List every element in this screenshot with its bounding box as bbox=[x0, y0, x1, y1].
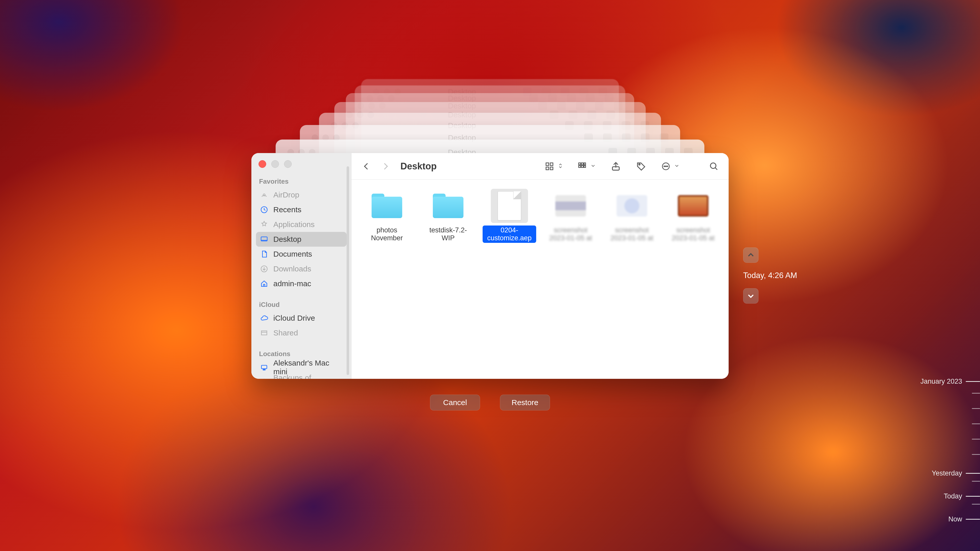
sidebar-item-label: iCloud Drive bbox=[273, 314, 315, 322]
sidebar-item-airdrop[interactable]: AirDrop bbox=[256, 187, 347, 202]
svg-rect-8 bbox=[263, 369, 265, 370]
file-grid[interactable]: photos Novembertestdisk-7.2-WIP0204-cust… bbox=[352, 179, 729, 379]
minimize-button[interactable] bbox=[271, 160, 279, 168]
timeline-tick[interactable] bbox=[914, 481, 980, 482]
location-title: Desktop bbox=[401, 161, 437, 171]
timeline-tick-january-2023[interactable]: January 2023 bbox=[914, 378, 980, 386]
timeline-label: Now bbox=[948, 515, 962, 523]
sidebar-item-admin-mac[interactable]: admin-mac bbox=[256, 276, 347, 291]
timeline-tick-bar bbox=[966, 496, 980, 497]
timeline-tick[interactable] bbox=[914, 393, 980, 394]
clock-icon bbox=[259, 205, 269, 214]
action-bar: Cancel Restore bbox=[430, 395, 550, 410]
sidebar-heading: Favorites bbox=[256, 178, 347, 187]
svg-rect-17 bbox=[579, 165, 581, 168]
cancel-button[interactable]: Cancel bbox=[430, 395, 480, 410]
timeline-tick-bar bbox=[972, 408, 980, 409]
time-machine-stage: Desktop Desktop Desktop Desktop Desktop … bbox=[251, 172, 729, 379]
window-controls bbox=[256, 159, 347, 168]
file-icon bbox=[491, 189, 528, 223]
timeline-tick-bar bbox=[972, 481, 980, 482]
svg-point-23 bbox=[664, 166, 665, 167]
sidebar-item-documents[interactable]: Documents bbox=[256, 247, 347, 262]
timeline-tick[interactable] bbox=[914, 408, 980, 409]
sidebar-item-label: Applications bbox=[273, 220, 315, 229]
svg-rect-15 bbox=[581, 163, 584, 165]
thumbnail bbox=[675, 189, 712, 223]
forward-button[interactable] bbox=[380, 161, 391, 172]
timeline-tick[interactable] bbox=[914, 504, 980, 505]
download-icon bbox=[259, 264, 269, 273]
timeline-tick-bar bbox=[972, 454, 980, 455]
svg-rect-14 bbox=[579, 163, 581, 165]
sidebar-item-label: Shared bbox=[273, 329, 298, 337]
group-button[interactable] bbox=[578, 162, 596, 171]
chevron-down-icon bbox=[590, 163, 596, 170]
file-item[interactable]: screenshot 2023-01-05 at bbox=[604, 189, 660, 370]
svg-point-21 bbox=[639, 164, 640, 165]
sidebar-item-label: AirDrop bbox=[273, 191, 299, 199]
sidebar-item-downloads[interactable]: Downloads bbox=[256, 262, 347, 276]
snapshot-older-button[interactable] bbox=[743, 248, 759, 263]
sidebar-item-label: Downloads bbox=[273, 265, 311, 273]
close-button[interactable] bbox=[259, 160, 266, 168]
folder-icon bbox=[430, 189, 467, 223]
sidebar-item-label: Recents bbox=[273, 205, 301, 214]
svg-rect-16 bbox=[584, 163, 586, 165]
restore-button[interactable]: Restore bbox=[500, 395, 550, 410]
snapshot-time-label: Today, 4:26 AM bbox=[743, 271, 797, 280]
file-item[interactable]: testdisk-7.2-WIP bbox=[420, 189, 476, 370]
file-item[interactable]: 0204-customize.aep bbox=[481, 189, 538, 370]
snapshot-nav: Today, 4:26 AM bbox=[743, 248, 797, 303]
home-icon bbox=[259, 279, 269, 288]
back-button[interactable] bbox=[361, 161, 372, 172]
fullscreen-button[interactable] bbox=[284, 160, 292, 168]
timeline-tick-bar bbox=[972, 504, 980, 505]
search-button[interactable] bbox=[708, 161, 719, 172]
timeline-label: January 2023 bbox=[920, 378, 962, 386]
chevrons-updown-icon bbox=[558, 163, 563, 170]
view-icons-button[interactable] bbox=[545, 162, 563, 171]
sidebar-scrollbar[interactable] bbox=[346, 166, 350, 375]
more-button[interactable] bbox=[661, 162, 679, 171]
folder-icon bbox=[368, 189, 406, 223]
timeline-tick-bar bbox=[972, 393, 980, 394]
file-item[interactable]: photos November bbox=[359, 189, 415, 370]
sidebar-item-desktop[interactable]: Desktop bbox=[256, 232, 347, 247]
toolbar: Desktop bbox=[352, 153, 729, 179]
file-item[interactable]: screenshot 2023-01-05 at bbox=[665, 189, 721, 370]
sidebar-item-applications[interactable]: Applications bbox=[256, 217, 347, 232]
thumbnail bbox=[613, 189, 651, 223]
svg-rect-10 bbox=[546, 163, 549, 165]
share-button[interactable] bbox=[610, 161, 621, 172]
apps-icon bbox=[259, 220, 269, 229]
timeline-tick[interactable] bbox=[914, 439, 980, 440]
svg-rect-18 bbox=[581, 165, 584, 168]
sidebar-item-backups-of-aleksandr-[interactable]: Backups of Aleksandr'… bbox=[256, 375, 347, 379]
timeline-tick[interactable] bbox=[914, 454, 980, 455]
timeline-tick-bar bbox=[966, 473, 980, 474]
cloud-icon bbox=[259, 313, 269, 323]
desktop-icon bbox=[259, 235, 269, 244]
snapshot-newer-button[interactable] bbox=[743, 288, 759, 303]
airdrop-icon bbox=[259, 190, 269, 200]
sidebar-item-label: Documents bbox=[273, 250, 312, 259]
timeline-label: Yesterday bbox=[932, 469, 962, 477]
sidebar-item-aleksandr-s-mac-mini[interactable]: Aleksandr's Mac mini bbox=[256, 360, 347, 375]
mac-icon bbox=[259, 363, 269, 372]
timeline-tick-today[interactable]: Today bbox=[914, 492, 980, 500]
sidebar-item-shared[interactable]: Shared bbox=[256, 326, 347, 340]
timeline-tick-yesterday[interactable]: Yesterday bbox=[914, 469, 980, 477]
svg-line-27 bbox=[715, 168, 717, 170]
timeline-tick[interactable] bbox=[914, 424, 980, 424]
timeline-label: Today bbox=[944, 492, 962, 500]
sidebar-item-icloud-drive[interactable]: iCloud Drive bbox=[256, 311, 347, 326]
file-name: 0204-customize.aep bbox=[483, 225, 536, 243]
chevron-down-icon bbox=[674, 163, 679, 170]
file-item[interactable]: screenshot 2023-01-05 at bbox=[542, 189, 599, 370]
sidebar-item-recents[interactable]: Recents bbox=[256, 202, 347, 217]
tags-button[interactable] bbox=[636, 161, 647, 172]
timeline-tick-now[interactable]: Now bbox=[914, 515, 980, 523]
file-name: photos November bbox=[360, 225, 414, 243]
svg-point-24 bbox=[666, 166, 667, 167]
